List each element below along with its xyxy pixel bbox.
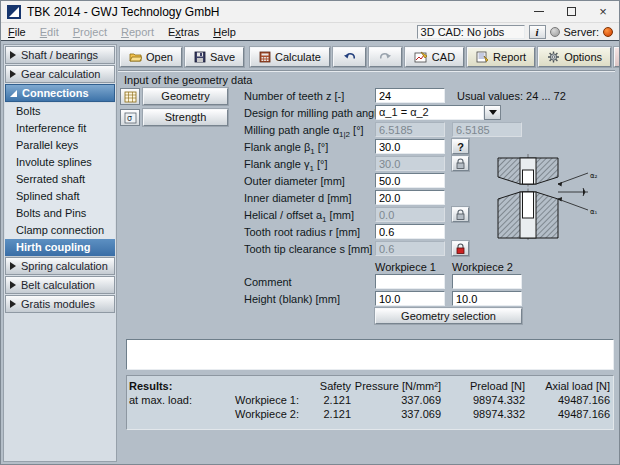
- sidebar-item-hirth-coupling[interactable]: Hirth coupling: [5, 239, 115, 256]
- collapsed-arrow-icon: [10, 281, 16, 289]
- sidebar-section-spring-calculation[interactable]: Spring calculation: [5, 257, 115, 275]
- app-logo-icon: [7, 5, 21, 19]
- sidebar-section-gratis-modules[interactable]: Gratis modules: [5, 295, 115, 313]
- sidebar-item-bolts[interactable]: Bolts: [5, 103, 115, 120]
- flank-beta-help-button[interactable]: ?: [452, 139, 469, 154]
- menubar-status-area: 3D CAD: No jobs i Server:: [417, 23, 619, 40]
- helical-offset-lock-button[interactable]: [452, 207, 469, 222]
- toolbar: Open Save Calculate: [118, 46, 617, 68]
- sidebar-item-parallel-keys[interactable]: Parallel keys: [5, 137, 115, 154]
- open-button[interactable]: Open: [120, 47, 182, 67]
- sidebar-item-interference-fit[interactable]: Interference fit: [5, 120, 115, 137]
- content-area: Shaft / bearings Gear calculation Connec…: [1, 42, 619, 464]
- design-combobox[interactable]: α_1 = α_2: [375, 105, 501, 120]
- undo-button[interactable]: [333, 47, 366, 67]
- redo-icon: [379, 52, 392, 63]
- main-panel: Open Save Calculate: [118, 44, 617, 462]
- outer-diameter-input[interactable]: [375, 173, 445, 188]
- flank-beta-input[interactable]: [375, 139, 445, 154]
- minimize-icon: [534, 11, 544, 12]
- collapsed-arrow-icon: [10, 300, 16, 308]
- workpiece2-name: Workpiece 2:: [213, 407, 301, 421]
- milling-angle-label: Milling path angle α1|2 [°]: [244, 124, 364, 139]
- teeth-label: Number of teeth z [-]: [244, 90, 344, 102]
- lower-workpiece: [498, 192, 558, 238]
- sidebar-section-shaft-bearings[interactable]: Shaft / bearings: [5, 46, 115, 64]
- save-button[interactable]: Save: [185, 47, 244, 67]
- section-label: Gratis modules: [21, 298, 95, 310]
- sidebar-section-gear-calculation[interactable]: Gear calculation: [5, 65, 115, 83]
- sidebar-item-clamp-connection[interactable]: Clamp connection: [5, 222, 115, 239]
- undo-icon: [343, 52, 356, 63]
- status-line: Input of the geometry data: [118, 70, 615, 87]
- geometry-selection-button[interactable]: Geometry selection: [375, 308, 522, 324]
- row-comment: Comment: [118, 274, 617, 291]
- combobox-dropdown-button[interactable]: [484, 105, 501, 120]
- menu-file[interactable]: File: [1, 23, 33, 40]
- row-number-of-teeth: Number of teeth z [-] Usual values: 24 .…: [118, 88, 617, 105]
- options-button[interactable]: Options: [538, 47, 611, 67]
- upper-workpiece: [498, 158, 558, 184]
- report-button[interactable]: Report: [467, 47, 535, 67]
- tip-clearance-locked-button[interactable]: [452, 241, 469, 256]
- cad-button[interactable]: CAD: [405, 47, 464, 67]
- root-radius-input[interactable]: [375, 224, 445, 239]
- height-input-1[interactable]: [375, 291, 445, 306]
- milling-angle-input-2: [452, 122, 522, 137]
- design-combobox-value: α_1 = α_2: [375, 105, 484, 120]
- workpiece2-axial: 49487.166: [527, 407, 612, 421]
- workpiece2-pressure: 337.069: [353, 407, 443, 421]
- sidebar-item-splined-shaft[interactable]: Splined shaft: [5, 188, 115, 205]
- row-design-milling-angle: Design for milling path angle: α_1 = α_2: [118, 105, 617, 122]
- sidebar-section-belt-calculation[interactable]: Belt calculation: [5, 276, 115, 294]
- collapsed-arrow-icon: [10, 51, 16, 59]
- menu-help-label: Help: [213, 26, 236, 38]
- minimize-button[interactable]: [523, 1, 555, 22]
- sidebar-item-involute-splines[interactable]: Involute splines: [5, 154, 115, 171]
- expanded-arrow-icon: [10, 90, 17, 97]
- calculate-button[interactable]: Calculate: [250, 47, 330, 67]
- flank-gamma-label: Flank angle γ1 [°]: [244, 158, 327, 173]
- inner-diameter-input[interactable]: [375, 190, 445, 205]
- sidebar-item-serrated-shaft[interactable]: Serrated shaft: [5, 171, 115, 188]
- redo-button[interactable]: [369, 47, 402, 67]
- hirth-coupling-diagram: α₂ α₁: [484, 152, 604, 244]
- workpiece1-preload: 98974.332: [443, 393, 527, 407]
- app-window: TBK 2014 - GWJ Technology GmbH × File Ed…: [0, 0, 620, 465]
- maximize-button[interactable]: [555, 1, 587, 22]
- workpiece1-header: Workpiece 1: [375, 261, 436, 273]
- workpiece1-pressure: 337.069: [353, 393, 443, 407]
- helical-offset-input: [375, 207, 445, 222]
- results-header-row: Results: Safety Pressure [N/mm²] Preload…: [129, 379, 611, 393]
- height-input-2[interactable]: [452, 291, 522, 306]
- alpha1-label: α₁: [590, 208, 598, 216]
- cad-drawing-icon: [414, 51, 428, 63]
- teeth-input[interactable]: [375, 88, 445, 103]
- results-title: Results:: [129, 379, 213, 393]
- module-sidebar: Shaft / bearings Gear calculation Connec…: [3, 44, 117, 462]
- cad-label: CAD: [432, 51, 455, 63]
- design-label: Design for milling path angle:: [244, 107, 386, 119]
- message-box: [126, 339, 614, 370]
- lock-icon: [455, 209, 466, 221]
- sidebar-section-connections[interactable]: Connections: [5, 84, 115, 102]
- menu-bar: File Edit Project Report Extras Help 3D …: [1, 23, 619, 41]
- sidebar-item-bolts-and-pins[interactable]: Bolts and Pins: [5, 205, 115, 222]
- cad-status-led-icon: [550, 27, 560, 37]
- root-radius-label: Tooth root radius r [mm]: [244, 226, 360, 238]
- comment-input-1[interactable]: [375, 274, 445, 289]
- menu-help[interactable]: Help: [206, 23, 243, 40]
- comment-input-2[interactable]: [452, 274, 522, 289]
- flank-gamma-input: [375, 156, 445, 171]
- flank-gamma-lock-button[interactable]: [452, 156, 469, 171]
- angle-dimension-lines: [558, 173, 588, 210]
- help-button[interactable]: Help: [614, 47, 620, 67]
- menu-extras[interactable]: Extras: [161, 23, 206, 40]
- tip-clearance-label: Tooth tip clearance s [mm]: [244, 243, 372, 255]
- section-label: Belt calculation: [21, 279, 95, 291]
- server-status-led-icon: [603, 27, 613, 37]
- spacer: [213, 379, 301, 393]
- info-button[interactable]: i: [529, 25, 546, 39]
- close-button[interactable]: ×: [587, 1, 619, 22]
- workpiece1-name: Workpiece 1:: [213, 393, 301, 407]
